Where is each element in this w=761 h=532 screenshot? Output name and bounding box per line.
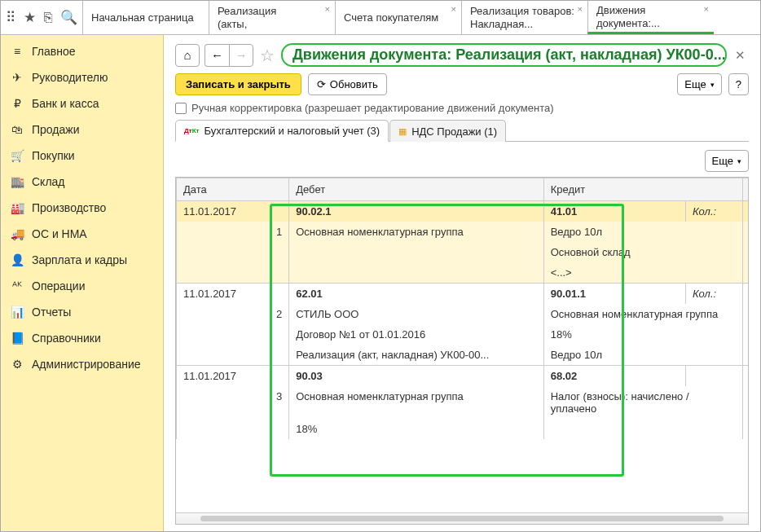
sub-tab-0[interactable]: ДтКтБухгалтерский и налоговый учет (3) <box>175 120 389 142</box>
sidebar-label: Отчеты <box>32 306 71 319</box>
save-close-button[interactable]: Записать и закрыть <box>175 73 301 95</box>
sidebar-label: Администрирование <box>32 358 141 371</box>
search-icon[interactable]: 🔍 <box>60 9 77 26</box>
sidebar-item-8[interactable]: 👤Зарплата и кадры <box>1 247 163 273</box>
movements-table: Дата Дебет Кредит Сумн 11.01.201790.02.1… <box>176 178 748 439</box>
table-row[interactable]: 18%това <box>177 419 749 439</box>
sidebar-label: Банк и касса <box>32 97 99 110</box>
grid-more-button[interactable]: Еще ▾ <box>705 150 749 172</box>
table-row[interactable]: 11.01.201762.0190.01.1Кол.:1,000 <box>177 284 749 305</box>
tab-close-icon[interactable]: × <box>451 4 456 14</box>
dtkt-icon: ДтКт <box>184 127 199 134</box>
sidebar-icon: 📘 <box>11 332 24 345</box>
favorite-icon[interactable]: ☆ <box>258 46 276 65</box>
sidebar-icon: ₽ <box>11 97 24 110</box>
sidebar-icon: 👤 <box>11 253 24 266</box>
more-button[interactable]: Еще ▾ <box>677 73 721 95</box>
sidebar-item-2[interactable]: ₽Банк и касса <box>1 90 163 117</box>
back-button[interactable]: ← <box>205 44 229 67</box>
top-tab-2[interactable]: Счета покупателям× <box>335 1 461 34</box>
sidebar-icon: 🛒 <box>11 149 24 162</box>
sidebar-label: Главное <box>32 45 76 58</box>
sidebar-icon: ᴬᴷ <box>11 279 24 292</box>
top-tab-3[interactable]: Реализация товаров: Накладная...× <box>461 1 587 34</box>
forward-button[interactable]: → <box>229 44 253 67</box>
horizontal-scrollbar[interactable] <box>176 512 748 524</box>
table-row[interactable]: 11.01.201790.0368.02 <box>177 366 749 387</box>
sidebar-item-1[interactable]: ✈Руководителю <box>1 64 163 90</box>
tab-close-icon[interactable]: × <box>578 4 583 14</box>
sidebar-item-3[interactable]: 🛍Продажи <box>1 117 163 143</box>
tab-close-icon[interactable]: × <box>325 4 330 14</box>
table-row[interactable]: Основной складтова <box>177 242 749 262</box>
sidebar-item-11[interactable]: 📘Справочники <box>1 325 163 351</box>
sidebar-label: Покупки <box>32 149 75 162</box>
sidebar-item-0[interactable]: ≡Главное <box>1 38 163 64</box>
sidebar-icon: 🚚 <box>11 227 24 240</box>
sidebar-icon: ≡ <box>11 45 24 58</box>
apps-icon[interactable]: ⠿ <box>6 9 15 26</box>
sidebar-label: Операции <box>32 279 86 292</box>
col-sum[interactable]: Сумн <box>742 178 748 201</box>
top-tab-4[interactable]: Движения документа:...× <box>587 1 714 34</box>
top-tab-1[interactable]: Реализация (акты,× <box>209 1 335 34</box>
sub-tab-1[interactable]: ▦НДС Продажи (1) <box>389 120 506 142</box>
sheet-icon: ▦ <box>398 126 407 137</box>
sidebar-icon: 🛍 <box>11 123 24 136</box>
table-row[interactable]: <...> <box>177 262 749 284</box>
table-row[interactable]: Договор №1 от 01.01.201618%това <box>177 324 749 345</box>
tab-close-icon[interactable]: × <box>704 4 709 14</box>
sidebar-item-9[interactable]: ᴬᴷОперации <box>1 273 163 299</box>
sidebar-item-6[interactable]: 🏭Производство <box>1 195 163 221</box>
table-row[interactable]: 3Основная номенклатурная группаНалог (вз… <box>177 386 749 419</box>
sidebar-icon: 📊 <box>11 306 24 319</box>
star-icon[interactable]: ★ <box>24 9 36 26</box>
sidebar-label: Склад <box>32 175 65 188</box>
close-icon[interactable]: ✕ <box>732 48 749 63</box>
sidebar-icon: 🏬 <box>11 175 24 188</box>
sidebar-item-7[interactable]: 🚚ОС и НМА <box>1 221 163 247</box>
sidebar-label: Зарплата и кадры <box>32 253 127 266</box>
top-tab-0[interactable]: Начальная страница <box>82 1 209 34</box>
sidebar-item-10[interactable]: 📊Отчеты <box>1 299 163 325</box>
manual-edit-label: Ручная корректировка (разрешает редактир… <box>191 102 554 114</box>
refresh-button[interactable]: ⟳ Обновить <box>308 73 387 95</box>
refresh-icon: ⟳ <box>317 78 326 90</box>
table-row[interactable]: 1Основная номенклатурная группаВедро 10л… <box>177 222 749 242</box>
table-row[interactable]: 11.01.201790.02.141.01Кол.:1,000 <box>177 201 749 222</box>
sidebar-label: ОС и НМА <box>32 227 87 240</box>
sidebar-icon: 🏭 <box>11 201 24 214</box>
table-row[interactable]: 2СТИЛЬ ООООсновная номенклатурная группа… <box>177 304 749 324</box>
col-date[interactable]: Дата <box>177 178 289 201</box>
sidebar-label: Руководителю <box>32 71 108 84</box>
table-row[interactable]: Реализация (акт, накладная) УК00-00...Ве… <box>177 345 749 366</box>
sidebar-label: Производство <box>32 201 106 214</box>
sidebar-label: Продажи <box>32 123 79 136</box>
home-button[interactable]: ⌂ <box>175 44 200 67</box>
sidebar-item-12[interactable]: ⚙Администрирование <box>1 351 163 377</box>
manual-edit-checkbox[interactable] <box>175 103 187 114</box>
help-button[interactable]: ? <box>728 73 749 95</box>
sidebar-icon: ⚙ <box>11 358 24 371</box>
col-credit[interactable]: Кредит <box>543 178 742 201</box>
history-icon[interactable]: ⎘ <box>44 10 52 26</box>
col-debit[interactable]: Дебет <box>289 178 543 201</box>
sidebar-label: Справочники <box>32 332 101 345</box>
page-title: Движения документа: Реализация (акт, нак… <box>281 43 727 67</box>
sidebar-item-4[interactable]: 🛒Покупки <box>1 143 163 169</box>
sidebar-item-5[interactable]: 🏬Склад <box>1 169 163 195</box>
table-header-row: Дата Дебет Кредит Сумн <box>177 178 749 201</box>
sidebar-icon: ✈ <box>11 71 24 84</box>
